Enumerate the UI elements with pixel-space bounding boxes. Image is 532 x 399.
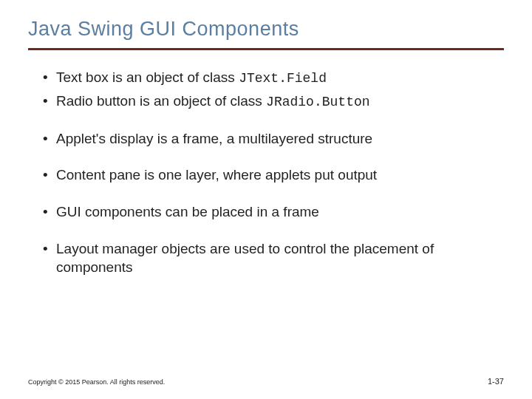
copyright-text: Copyright © 2015 Pearson. All rights res… <box>28 378 165 386</box>
slide: Java Swing GUI Components Text box is an… <box>0 0 532 399</box>
code-jtextfield: JText.Field <box>239 71 327 86</box>
footer: Copyright © 2015 Pearson. All rights res… <box>28 377 504 386</box>
bullet-text: Radio button is an object of class <box>56 93 266 109</box>
bullet-layout-manager: Layout manager objects are used to contr… <box>43 239 504 277</box>
bullet-gui-components: GUI components can be placed in a frame <box>43 202 504 222</box>
title-divider <box>28 48 504 50</box>
page-number: 1-37 <box>488 377 504 386</box>
code-jradiobutton: JRadio.Button <box>266 95 369 109</box>
bullet-list: Text box is an object of class JText.Fie… <box>28 68 504 277</box>
bullet-applet-display: Applet's display is a frame, a multilaye… <box>43 129 504 149</box>
bullet-text: Text box is an object of class <box>56 69 239 85</box>
bullet-radiobutton: Radio button is an object of class JRadi… <box>43 92 504 111</box>
bullet-textbox: Text box is an object of class JText.Fie… <box>43 68 504 87</box>
slide-title: Java Swing GUI Components <box>28 18 504 41</box>
bullet-content-pane: Content pane is one layer, where applets… <box>43 166 504 185</box>
